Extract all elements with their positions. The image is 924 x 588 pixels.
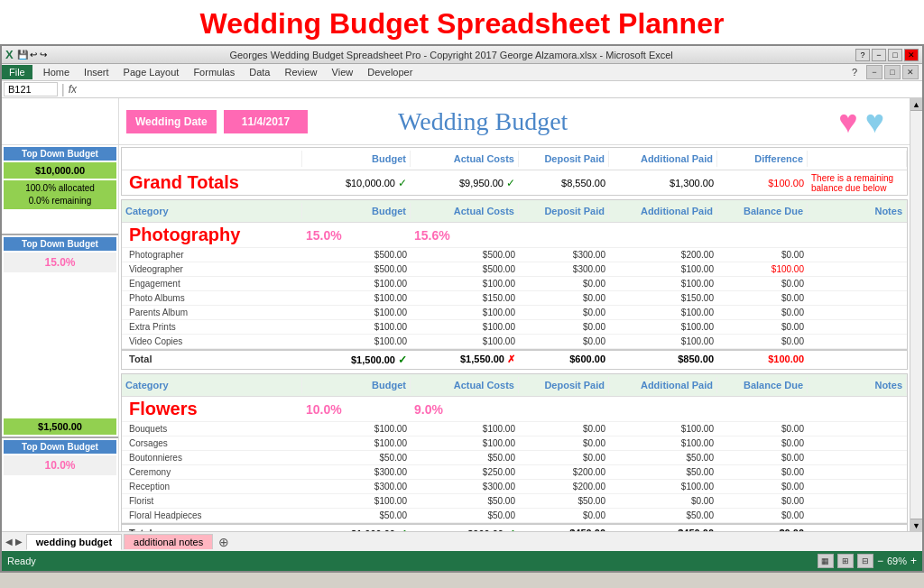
flower-val-additional-5: $0.00 [609,494,717,508]
heart-pink-icon: ♥ [838,103,857,141]
scroll-down-btn[interactable]: ▼ [910,519,923,531]
excel-icon: X [5,48,14,61]
photography-name: Photography [122,223,302,247]
photo-label-0: Photographer [122,248,302,262]
menu-view[interactable]: View [325,65,361,79]
page-break-icon[interactable]: ⊟ [857,554,873,568]
flower-val-budget-0: $100.00 [302,422,411,436]
menu-page-layout[interactable]: Page Layout [116,65,187,79]
photo-val-additional-1: $100.00 [609,262,717,276]
top-down-budget-label-2: Top Down Budget [4,237,116,251]
menu-data[interactable]: Data [242,65,277,79]
maximize-btn[interactable]: □ [888,49,902,61]
col-header-deposit: Deposit Paid [519,151,609,167]
sidebar-flower-section: Top Down Budget 10.0% $1,000.00 [2,438,118,531]
flower-val-budget-3: $300.00 [302,465,411,479]
photo-val-additional-5: $100.00 [609,320,717,334]
grand-total-row: Grand Totals $10,000.00 ✓ $9,950.00 ✓ $8… [122,170,907,195]
top-down-budget-label-3: Top Down Budget [4,440,116,454]
flower-val-actual-4: $300.00 [411,480,519,493]
flowers-name-row: Flowers 10.0% 9.0% [122,397,907,422]
minimize-icon[interactable]: − [866,65,882,79]
flower-val-deposit-2: $0.00 [519,451,609,464]
cell-reference[interactable] [4,82,58,96]
wedding-header-row: Wedding Date 11/4/2017 Wedding Budget ♥ … [119,98,910,145]
flower-col-deposit: Deposit Paid [519,377,609,393]
left-sidebar: Top Down Budget $10,000.00 100.0% alloca… [2,98,119,531]
photo-val-actual-6: $100.00 [411,335,519,348]
photo-col-actual: Actual Costs [411,203,519,219]
nav-arrows[interactable]: ◀ ▶ [5,537,23,547]
flower-val-deposit-3: $200.00 [519,465,609,479]
photo-col-notes: Notes [808,203,907,219]
photo-val-deposit-1: $300.00 [519,262,609,276]
photo-val-actual-5: $100.00 [411,320,519,334]
page-layout-icon[interactable]: ⊞ [837,554,854,568]
menu-developer[interactable]: Developer [360,65,420,79]
flower-row-1: Corsages $100.00 $100.00 $0.00 $100.00 $… [122,436,907,451]
quick-access-icons: 💾 ↩ ↪ [17,50,48,60]
flowers-total-deposit: $450.00 [519,525,609,531]
sidebar-photo-budget: $1,500.00 [4,418,116,435]
photo-total-actual: $1,550.00 ✗ [411,351,519,369]
photo-actual-pct: 15.6% [411,226,519,244]
flowers-total-budget: $1,000.00 ✓ [302,525,411,531]
formula-input[interactable] [80,84,920,95]
zoom-out-btn[interactable]: − [877,555,883,567]
minimize-btn[interactable]: − [872,49,886,61]
help-question[interactable]: ? [845,65,864,79]
heart-blue-icon: ♥ [865,103,884,141]
zoom-level: 69% [887,556,907,566]
flower-val-balance-2: $0.00 [717,451,808,464]
photo-val-budget-5: $100.00 [302,320,411,334]
grand-note: There is a remaining balance due below [808,173,907,193]
flower-col-actual: Actual Costs [411,377,519,393]
col-header-budget: Budget [302,151,411,167]
photo-val-balance-4: $0.00 [717,306,808,319]
menu-home[interactable]: Home [36,65,77,79]
file-menu[interactable]: File [2,65,32,79]
photo-total-budget: $1,500.00 ✓ [302,351,411,369]
scroll-up-btn[interactable]: ▲ [910,98,923,111]
flower-val-additional-1: $100.00 [609,436,717,450]
photo-val-deposit-2: $0.00 [519,277,609,290]
photo-col-balance: Balance Due [717,203,808,219]
flower-val-balance-6: $0.00 [717,509,808,522]
flower-val-budget-6: $50.00 [302,509,411,522]
restore-icon[interactable]: □ [884,65,901,79]
flower-val-balance-1: $0.00 [717,436,808,450]
flower-label-5: Florist [122,494,302,508]
close-btn[interactable]: ✕ [904,49,919,61]
photo-label-3: Photo Albums [122,291,302,305]
tab-wedding-budget[interactable]: wedding budget [26,534,122,550]
sidebar-top-section: Top Down Budget $10,000.00 100.0% alloca… [2,145,118,235]
normal-view-icon[interactable]: ▦ [818,554,834,568]
flower-val-balance-3: $0.00 [717,465,808,479]
col-header-notes [808,151,907,167]
help-icon[interactable]: ? [855,49,870,61]
photo-col-cat: Category [122,203,302,219]
grand-budget: $10,000.00 ✓ [302,175,411,191]
tab-additional-notes[interactable]: additional notes [124,534,213,549]
zoom-in-btn[interactable]: + [910,555,917,567]
flower-val-budget-4: $300.00 [302,480,411,493]
check-green-2: ✓ [506,177,515,189]
scrollbar-right[interactable]: ▲ ▼ [910,98,922,531]
new-sheet-icon[interactable]: ⊕ [218,535,229,549]
flower-val-deposit-1: $0.00 [519,436,609,450]
menu-insert[interactable]: Insert [77,65,116,79]
menu-formulas[interactable]: Formulas [186,65,242,79]
excel-window: X 💾 ↩ ↪ Georges Wedding Budget Spreadshe… [0,44,924,573]
photo-val-deposit-3: $0.00 [519,291,609,305]
flower-row-5: Florist $100.00 $50.00 $50.00 $0.00 $0.0… [122,494,907,509]
photo-label-4: Parents Album [122,306,302,319]
flower-val-deposit-5: $50.00 [519,494,609,508]
flower-col-cat: Category [122,377,302,393]
menu-review[interactable]: Review [277,65,324,79]
flower-label-4: Reception [122,480,302,493]
grand-totals-label: Grand Totals [122,172,302,193]
close-icon[interactable]: ✕ [902,65,919,79]
formula-bar: | fx [2,81,922,98]
grand-totals-section: Budget Actual Costs Deposit Paid Additio… [121,147,908,196]
photo-val-actual-2: $100.00 [411,277,519,290]
